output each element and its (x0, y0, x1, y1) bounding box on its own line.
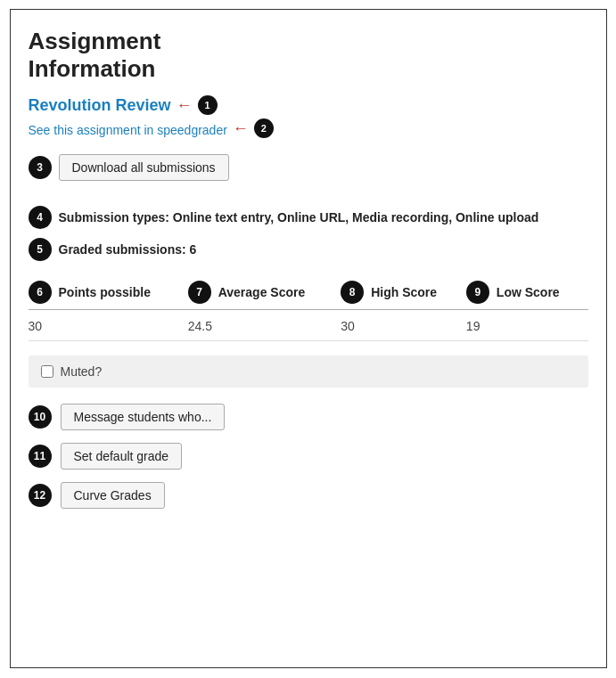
curve-grades-button[interactable]: Curve Grades (61, 482, 165, 509)
speedgrader-link[interactable]: See this assignment in speedgrader (29, 123, 227, 137)
muted-label: Muted? (61, 364, 103, 379)
assignment-info-panel: AssignmentInformation Revolution Review … (10, 9, 607, 668)
download-all-submissions-button[interactable]: Download all submissions (59, 154, 229, 181)
message-students-row: 10 Message students who... (29, 404, 588, 430)
submission-types-row: 4 Submission types: Online text entry, O… (29, 206, 588, 229)
speedgrader-link-row: See this assignment in speedgrader ← 2 (29, 118, 588, 138)
arrow-icon-1: ← (177, 96, 193, 115)
muted-checkbox[interactable] (41, 365, 53, 378)
col-low-score-value: 19 (466, 310, 588, 341)
col-low-score-header: 9 Low Score (466, 275, 588, 310)
download-btn-row: 3 Download all submissions (29, 154, 229, 181)
col-high-score-value: 30 (341, 310, 466, 341)
badge-3: 3 (29, 156, 52, 179)
action-buttons: 10 Message students who... 11 Set defaul… (29, 404, 588, 509)
badge-4: 4 (29, 206, 52, 229)
assignment-link[interactable]: Revolution Review (29, 96, 171, 115)
assignment-link-text: Revolution Review (29, 96, 171, 115)
badge-9: 9 (466, 281, 489, 304)
speedgrader-link-text: See this assignment in speedgrader (29, 123, 227, 137)
badge-2: 2 (254, 118, 274, 138)
col-high-score-header: 8 High Score (341, 275, 466, 310)
col-average-score-value: 24.5 (188, 310, 341, 341)
graded-submissions-row: 5 Graded submissions: 6 (29, 238, 588, 261)
assignment-link-row: Revolution Review ← 1 (29, 95, 588, 115)
badge-7: 7 (188, 281, 211, 304)
page-title: AssignmentInformation (29, 28, 588, 83)
set-default-grade-button[interactable]: Set default grade (61, 443, 183, 470)
arrow-icon-2: ← (233, 119, 249, 138)
graded-submissions-text: Graded submissions: 6 (59, 242, 197, 257)
muted-section: Muted? (29, 355, 588, 388)
message-students-button[interactable]: Message students who... (61, 404, 226, 430)
badge-5: 5 (29, 238, 52, 261)
col-points-possible-value: 30 (29, 310, 188, 341)
stats-table: 6 Points possible 7 Average Score 8 High… (29, 275, 588, 341)
badge-12: 12 (29, 484, 52, 507)
col-points-possible-header: 6 Points possible (29, 275, 188, 310)
badge-1: 1 (198, 95, 218, 115)
badge-6: 6 (29, 281, 52, 304)
set-default-grade-row: 11 Set default grade (29, 443, 588, 470)
badge-11: 11 (29, 445, 52, 468)
curve-grades-row: 12 Curve Grades (29, 482, 588, 509)
col-average-score-header: 7 Average Score (188, 275, 341, 310)
submission-types-text: Submission types: Online text entry, Onl… (59, 210, 539, 225)
badge-10: 10 (29, 405, 52, 429)
badge-8: 8 (341, 281, 364, 304)
